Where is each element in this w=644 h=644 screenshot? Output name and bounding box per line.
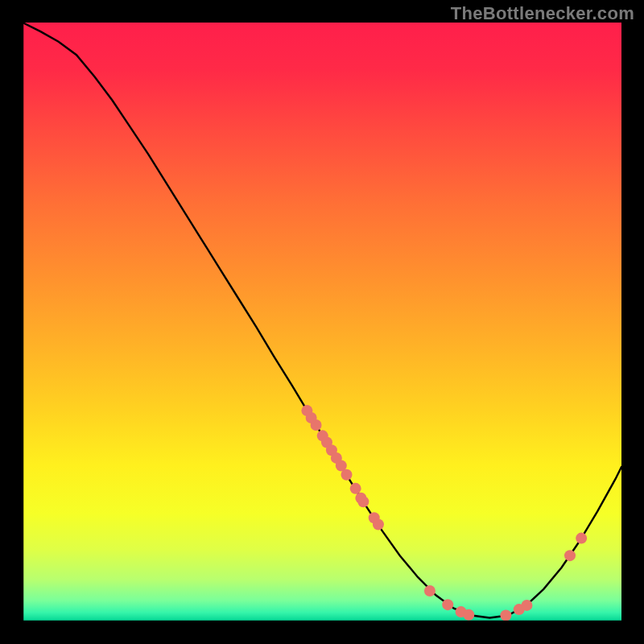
data-point [301,405,312,416]
data-point [424,585,436,597]
data-point [463,609,474,621]
bottleneck-chart [0,0,644,644]
data-point [331,452,342,464]
data-point [521,600,532,611]
data-point [576,533,587,544]
data-point [373,518,384,530]
data-point [442,599,453,610]
data-point [341,469,353,481]
data-point [500,610,511,621]
data-point [357,496,369,507]
data-point [350,483,361,494]
data-point [564,550,576,561]
gradient-background [23,23,621,621]
stage: TheBottlenecker.com [0,0,644,644]
